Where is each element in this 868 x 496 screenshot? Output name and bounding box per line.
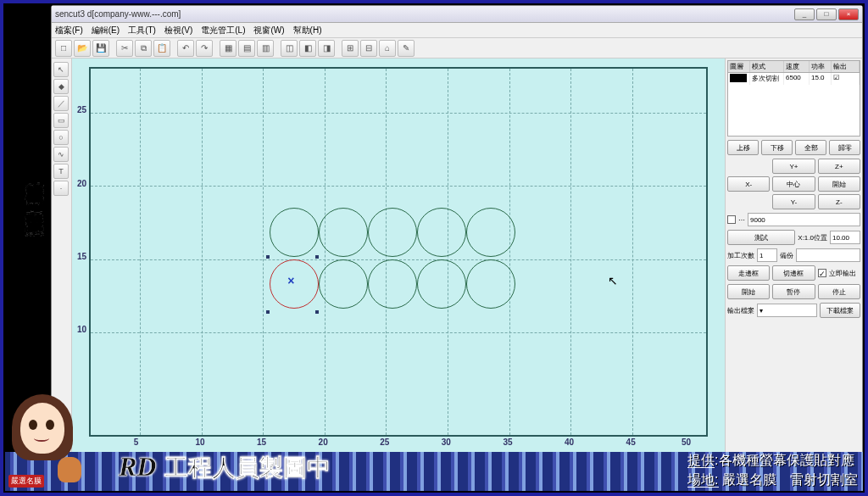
shape-circle[interactable] xyxy=(417,259,466,309)
avatar: 嚴選名膜 xyxy=(8,394,85,488)
btn-test[interactable]: 測試 xyxy=(727,230,795,245)
btn-stop[interactable]: 停止 xyxy=(818,284,860,299)
lt-curve[interactable]: ∿ xyxy=(53,147,69,162)
shape-circle[interactable] xyxy=(466,259,515,309)
tool-open[interactable]: 📂 xyxy=(74,40,91,57)
btn-download[interactable]: 下載檔案 xyxy=(820,303,860,318)
x-label: 10 xyxy=(195,437,204,447)
select-output[interactable]: ▾ xyxy=(757,304,817,317)
cap-r2a: 場地: xyxy=(687,472,718,488)
btn-xn[interactable]: X- xyxy=(727,176,770,192)
canvas[interactable]: 25 20 15 10 5 10 15 20 25 30 35 40 45 50 xyxy=(72,59,725,454)
x-label: 15 xyxy=(257,437,266,447)
x-label: 30 xyxy=(442,437,451,447)
shape-circle[interactable] xyxy=(368,208,417,257)
cell-speed: 6500 xyxy=(784,73,810,85)
caption-rd: RD xyxy=(119,451,156,482)
caption-right: 提供:各機種螢幕保護貼對應 場地: 嚴選名膜 雷射切割室 xyxy=(687,451,858,489)
input-gap[interactable]: 9000 xyxy=(748,213,860,226)
tool-d[interactable]: ◫ xyxy=(281,40,298,57)
input-val[interactable]: 10.00 xyxy=(830,231,860,244)
chk-immed[interactable]: ✓ xyxy=(818,269,826,277)
shape-circle[interactable] xyxy=(319,259,368,309)
tool-b[interactable]: ▤ xyxy=(238,40,255,57)
avatar-badge: 嚴選名膜 xyxy=(8,475,44,488)
lt-circle[interactable]: ○ xyxy=(53,130,69,145)
tool-paste[interactable]: 📋 xyxy=(153,40,170,57)
x-label: 25 xyxy=(380,437,389,447)
tool-a[interactable]: ▦ xyxy=(220,40,236,57)
shape-circle[interactable] xyxy=(270,208,319,257)
layer-table: 圖層 模式 速度 功率 輸出 多次切割 6500 15.0 ☑ xyxy=(727,60,860,137)
btn-ym[interactable]: Y- xyxy=(772,194,815,209)
btn-start[interactable]: 開始 xyxy=(727,284,770,299)
tool-g[interactable]: ⊞ xyxy=(342,40,359,57)
lbl-immed: 立即輸出 xyxy=(829,269,856,278)
lt-select[interactable]: ↖ xyxy=(53,62,69,77)
shape-circle[interactable] xyxy=(466,208,515,257)
btn-zp2[interactable]: Z+ xyxy=(818,159,860,174)
menu-edit[interactable]: 編輯(E) xyxy=(92,25,120,36)
lt-node[interactable]: ◆ xyxy=(53,79,69,94)
tool-new[interactable]: □ xyxy=(55,40,72,57)
shape-circle[interactable] xyxy=(319,208,368,257)
btn-go[interactable]: 走邊框 xyxy=(727,265,770,281)
handle[interactable] xyxy=(266,310,270,314)
layer-row[interactable]: 多次切割 6500 15.0 ☑ xyxy=(728,73,860,85)
lt-rect[interactable]: ▭ xyxy=(53,113,69,128)
maximize-button[interactable]: □ xyxy=(816,8,837,20)
shape-circle[interactable] xyxy=(368,259,417,309)
btn-cut[interactable]: 切邊框 xyxy=(772,265,815,281)
tool-f[interactable]: ◨ xyxy=(318,40,335,57)
menu-window[interactable]: 視窗(W) xyxy=(253,25,284,36)
menu-view[interactable]: 檢視(V) xyxy=(164,25,192,36)
tool-save[interactable]: 💾 xyxy=(92,40,109,57)
tool-undo[interactable]: ↶ xyxy=(177,40,194,57)
menu-file[interactable]: 檔案(F) xyxy=(55,25,83,36)
handle[interactable] xyxy=(315,310,319,314)
btn-zp[interactable]: Z- xyxy=(818,194,860,209)
close-button[interactable]: × xyxy=(838,8,859,20)
handle[interactable] xyxy=(315,255,319,259)
lt-line[interactable]: ／ xyxy=(53,96,69,111)
btn-down[interactable]: 下移 xyxy=(761,140,793,155)
menu-tools[interactable]: 工具(T) xyxy=(128,25,156,36)
tool-c[interactable]: ▥ xyxy=(257,40,274,57)
lt-point[interactable]: · xyxy=(53,181,69,196)
menu-laser[interactable]: 電光管工(L) xyxy=(201,25,245,36)
tool-redo[interactable]: ↷ xyxy=(196,40,213,57)
btn-xp[interactable]: 開始 xyxy=(818,176,860,192)
col-speed: 速度 xyxy=(784,61,810,72)
btn-up[interactable]: 上移 xyxy=(727,140,759,155)
cap-r2b: 嚴選名膜 雷射切割室 xyxy=(722,472,858,487)
btn-yp[interactable]: Y+ xyxy=(772,159,815,174)
center-mark: × xyxy=(287,274,294,287)
tool-copy[interactable]: ⧉ xyxy=(135,40,152,57)
tool-i[interactable]: ⌂ xyxy=(379,40,396,57)
x-label: 35 xyxy=(503,437,512,447)
menu-help[interactable]: 幫助(H) xyxy=(293,25,322,36)
btn-home[interactable]: 歸零 xyxy=(829,140,860,155)
lbl-bk: 備份 xyxy=(780,251,793,260)
toolbar: □ 📂 💾 ✂ ⧉ 📋 ↶ ↷ ▦ ▤ ▥ ◫ ◧ ◨ ⊞ ⊟ ⌂ ✎ xyxy=(52,38,862,59)
input-bk[interactable] xyxy=(796,248,860,262)
col-layer: 圖層 xyxy=(728,61,750,72)
input-cnt[interactable]: 1 xyxy=(757,248,777,262)
tool-cut[interactable]: ✂ xyxy=(116,40,133,57)
shape-circle[interactable] xyxy=(417,208,466,257)
tool-j[interactable]: ✎ xyxy=(398,40,415,57)
layer-color xyxy=(730,74,747,82)
lt-text[interactable]: T xyxy=(53,164,69,179)
x-label: 40 xyxy=(565,437,574,447)
menubar: 檔案(F) 編輯(E) 工具(T) 檢視(V) 電光管工(L) 視窗(W) 幫助… xyxy=(52,23,862,38)
btn-fit[interactable]: 全部 xyxy=(795,140,826,155)
chk-a[interactable] xyxy=(727,215,736,224)
handle[interactable] xyxy=(266,255,270,259)
btn-pause[interactable]: 暫停 xyxy=(772,284,815,299)
lbl-output: 輸出檔案 xyxy=(727,306,754,315)
tool-e[interactable]: ◧ xyxy=(299,40,316,57)
btn-center[interactable]: 中心 xyxy=(772,176,815,192)
x-label: 45 xyxy=(626,437,636,447)
minimize-button[interactable]: _ xyxy=(794,8,815,20)
tool-h[interactable]: ⊟ xyxy=(360,40,377,57)
